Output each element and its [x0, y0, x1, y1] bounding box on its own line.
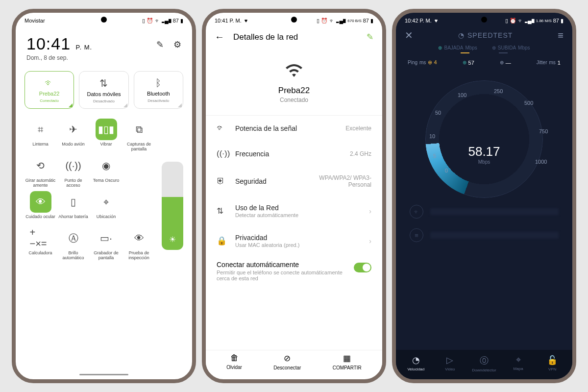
toggle-icon: 👁: [128, 227, 150, 249]
bluetooth-tile[interactable]: ᛒ Bluetooth Desactivado: [134, 71, 183, 109]
toggle-label: Cuidado ocular: [25, 215, 55, 224]
toggle-6[interactable]: ◉Tema Oscuro: [90, 155, 122, 188]
toggle-3[interactable]: ⧉Capturas de pantalla: [123, 119, 155, 152]
mobile-data-tile[interactable]: ⇅ Datos móviles Desactivado: [79, 71, 128, 109]
toggle-9[interactable]: ▯Ahorrar batería: [57, 191, 89, 224]
download-icon: ⊕: [438, 45, 442, 50]
page-title: Detalles de la red: [233, 32, 358, 42]
toggle-label: Ubicación: [97, 215, 116, 224]
nav-icon: ⓪: [480, 355, 489, 367]
close-icon[interactable]: ✕: [405, 29, 413, 41]
wifi-large-icon: [282, 61, 306, 79]
toggle-10[interactable]: ⌖Ubicación: [90, 191, 122, 224]
home-indicator[interactable]: [79, 374, 128, 375]
wifi-tile[interactable]: ᯤ Preba22 Conectado: [24, 71, 74, 109]
nav-label: VPN: [548, 367, 556, 371]
toggle-8[interactable]: 👁Cuidado ocular: [24, 191, 56, 224]
bottom-action[interactable]: ▦COMPARTIR: [333, 353, 362, 370]
toggle-1[interactable]: ✈Modo avión: [57, 119, 89, 152]
nav-item[interactable]: 🔓VPN: [535, 355, 569, 372]
toggle-icon: ((·)): [63, 155, 84, 176]
wifi-icon: ᯤ: [45, 77, 54, 89]
row-icon: ᯤ: [217, 123, 227, 133]
nav-item[interactable]: ◔Velocidad: [399, 355, 433, 372]
toggle-2[interactable]: ▮▯▮Vibrar: [90, 119, 122, 152]
nav-icon: ◔: [412, 355, 420, 366]
server-icon: ≡: [410, 228, 423, 242]
row-sublabel: Detectar automáticamente: [235, 212, 361, 218]
toggle-label: Linterna: [32, 142, 49, 152]
nav-item[interactable]: ▷Video: [433, 355, 467, 372]
detail-row: ((·))Frecuencia2.4 GHz: [206, 141, 382, 167]
auto-connect-row[interactable]: Conectar automáticamente Permitir que el…: [206, 256, 382, 284]
clock-date: Dom., 8 de sep.: [26, 54, 92, 61]
ssid-label: Preba22: [278, 86, 310, 96]
toggle-icon: ◉: [96, 155, 117, 176]
carrier-label: Movistar: [24, 18, 45, 24]
toggle-label: Capturas de pantalla: [123, 142, 155, 152]
gauge-tick: 1000: [535, 159, 547, 165]
toggle-12[interactable]: +−×=Calculadora: [24, 227, 56, 261]
detail-row[interactable]: 🔒PrivacidadUsar MAC aleatoria (pred.)›: [206, 226, 382, 256]
nav-icon: ▷: [446, 355, 453, 366]
menu-icon[interactable]: ≡: [558, 30, 564, 41]
settings-icon[interactable]: ⚙: [173, 39, 181, 50]
connection-wifi-row[interactable]: ᯤ: [408, 200, 561, 223]
gauge-tick: 5: [433, 153, 436, 159]
back-arrow-icon[interactable]: ←: [215, 31, 224, 43]
toggle-0[interactable]: ⌗Linterna: [24, 119, 56, 152]
row-value: Excelente: [345, 125, 371, 132]
bottom-nav: ◔Velocidad▷Video⓪Downdetector⌖Mapa🔓VPN: [396, 350, 572, 379]
gauge-icon: ◔: [458, 31, 465, 39]
bottom-action[interactable]: 🗑Olvidar: [226, 353, 242, 370]
detail-row[interactable]: ⇅Uso de la RedDetectar automáticamente›: [206, 196, 382, 226]
toggle-14[interactable]: ▭·Grabador de pantalla: [90, 227, 122, 261]
toggle-icon: ⌗: [30, 119, 51, 140]
ping-stat: Ping ms ⊕ 4: [408, 59, 437, 66]
network-summary: Preba22 Conectado: [206, 48, 382, 115]
row-label: Uso de la Red: [235, 204, 361, 212]
row-icon: ⇅: [217, 206, 227, 216]
connection-server-row[interactable]: ≡: [408, 223, 561, 247]
toggle-5[interactable]: ((·))Punto de acceso: [57, 155, 89, 188]
toggle-icon: ▭·: [96, 227, 117, 249]
toggle-15[interactable]: 👁Prueba de inspección: [123, 227, 155, 261]
phone-quick-settings: Movistar ▯ ⏰ ᯤ ▂▄▆ 87▮ 10:41 P. M. Dom.,…: [12, 9, 196, 383]
wifi-icon: ᯤ: [410, 205, 423, 219]
speed-gauge: 0510501002505007501000 58.17 Mbps: [416, 80, 553, 178]
toggle-icon: 👁: [30, 191, 51, 213]
edit-icon[interactable]: ✎: [156, 39, 164, 50]
toggle-label: Girar automátic amente: [24, 178, 56, 188]
toggle-icon: +−×=: [30, 227, 51, 249]
bottom-action[interactable]: ⊘Desconectar: [273, 353, 301, 370]
chevron-right-icon: ›: [369, 207, 371, 215]
metric-headers: ⊕ BAJADA Mbps ⊕ SUBIDA Mbps: [396, 43, 572, 51]
nav-icon: ⌖: [516, 355, 521, 365]
toggle-label: Calculadora: [28, 251, 52, 261]
toggle-label: Ahorrar batería: [58, 215, 88, 224]
edit-network-icon[interactable]: ✎: [367, 32, 373, 42]
toggle-icon: ▯: [63, 191, 84, 213]
upload-metric: ⊕ SUBIDA Mbps: [492, 45, 530, 50]
nav-item[interactable]: ⓪Downdetector: [467, 355, 501, 372]
toggle-grid: ⌗Linterna✈Modo avión▮▯▮Vibrar⧉Capturas d…: [24, 119, 155, 261]
toggle-4[interactable]: ⟲Girar automátic amente: [24, 155, 56, 188]
toggle-label: Grabador de pantalla: [90, 251, 122, 261]
data-arrows-icon: ⇅: [99, 77, 108, 89]
toggle-label: Brillo automático: [57, 251, 89, 261]
auto-connect-switch[interactable]: [354, 263, 371, 272]
nav-item[interactable]: ⌖Mapa: [501, 355, 536, 372]
upload-icon: ⊕: [492, 45, 496, 50]
brightness-slider[interactable]: ☀: [162, 162, 183, 250]
status-icons: ▯ ⏰ ᯤ ▂▄▆ 670 B/S 87▮: [317, 18, 373, 24]
toggle-13[interactable]: ⒶBrillo automático: [57, 227, 89, 261]
app-brand: ◔SPEEDTEST: [458, 31, 513, 39]
bottom-actions: 🗑Olvidar⊘Desconectar▦COMPARTIR: [206, 350, 382, 373]
row-label: Privacidad: [235, 234, 361, 242]
connection-list: ᯤ ≡: [408, 200, 561, 247]
action-icon: ▦: [343, 353, 351, 364]
toggle-label: Prueba de inspección: [123, 251, 155, 261]
toggle-label: Punto de acceso: [57, 178, 89, 188]
gauge-tick: 10: [429, 133, 435, 139]
clock-time: 10:41 P. M.: [26, 34, 92, 53]
